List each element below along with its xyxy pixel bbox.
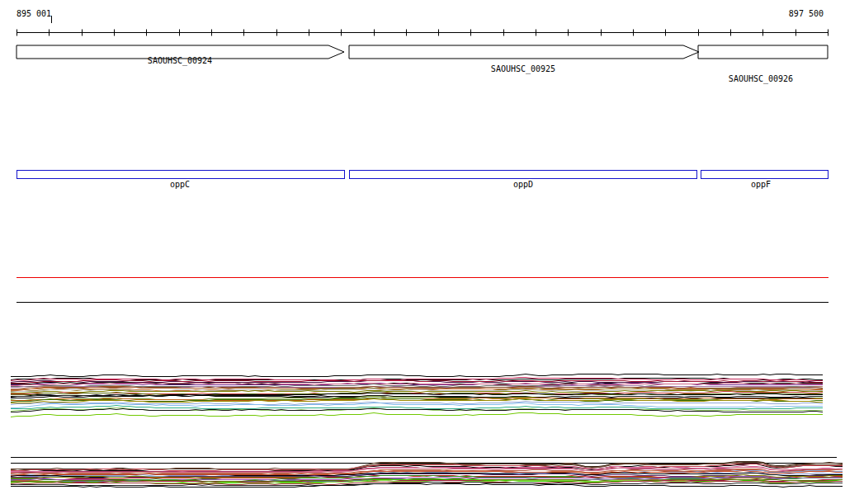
feature-label-oppD[interactable]: oppD	[513, 181, 533, 189]
feature-track	[17, 171, 828, 179]
gene-label-SAOUHSC_00926[interactable]: SAOUHSC_00926	[729, 75, 793, 83]
expression-traces-lower	[11, 462, 843, 488]
feature-label-oppC[interactable]: oppC	[170, 181, 190, 189]
region-end-coordinate: 897 500	[789, 10, 824, 18]
trace-line	[11, 413, 823, 417]
gene-arrow-SAOUHSC_00926[interactable]	[698, 45, 828, 59]
separator-lines	[11, 278, 838, 464]
genome-browser-view: 895 001 897 500 SAOUHSC_00924 SAOUHSC_00…	[0, 0, 845, 504]
feature-box-oppD[interactable]	[350, 171, 697, 179]
gene-label-SAOUHSC_00924[interactable]: SAOUHSC_00924	[148, 57, 212, 65]
gene-label-SAOUHSC_00925[interactable]: SAOUHSC_00925	[491, 65, 555, 73]
trace-line	[11, 374, 823, 377]
region-start-coordinate: 895 001	[17, 10, 51, 18]
feature-box-oppF[interactable]	[701, 171, 828, 179]
genome-plot-canvas	[0, 0, 845, 504]
expression-traces-upper	[11, 374, 823, 417]
trace-line	[11, 402, 823, 405]
gene-arrow-SAOUHSC_00925[interactable]	[349, 45, 699, 59]
feature-label-oppF[interactable]: oppF	[751, 181, 771, 189]
gene-track	[17, 45, 828, 59]
coordinate-ruler	[17, 16, 828, 36]
feature-box-oppC[interactable]	[17, 171, 345, 179]
